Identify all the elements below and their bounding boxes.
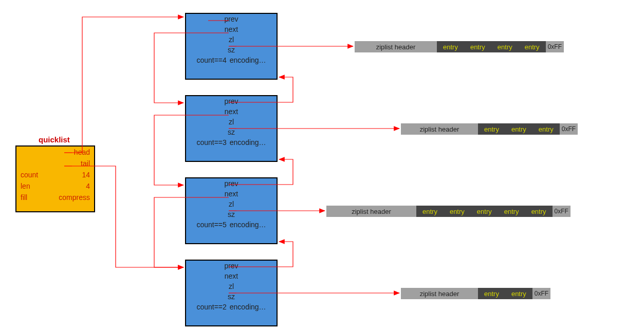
ql-tail-label: tail: [81, 159, 90, 168]
ql-len-value: 4: [86, 182, 90, 190]
zl1-entry: entry: [464, 41, 491, 52]
ziplist-2: ziplist header entry entry entry 0xFF: [401, 123, 578, 135]
ql-tail-row: tail: [16, 158, 94, 169]
zl1-entry: entry: [519, 41, 546, 52]
ziplist-1: ziplist header entry entry entry entry 0…: [355, 41, 564, 52]
node1-last: count==4 encoding…: [186, 55, 277, 65]
zl3-entry: entry: [525, 206, 553, 217]
zl2-entry: entry: [505, 123, 532, 135]
zl2-end: 0xFF: [560, 123, 578, 135]
node-box-1: prev next zl sz count==4 encoding…: [185, 13, 278, 80]
node-box-3: prev next zl sz count==5 encoding…: [185, 177, 278, 244]
node2-next: next: [186, 106, 277, 117]
zl1-end: 0xFF: [546, 41, 564, 52]
node4-last: count==2 encoding…: [186, 302, 277, 312]
node1-prev: prev: [186, 14, 277, 24]
zl2-header: ziplist header: [401, 123, 478, 135]
quicklist-box: head tail count 14 len 4 fill compress: [15, 145, 95, 212]
ql-count-row: count 14: [16, 169, 94, 180]
node3-last: count==5 encoding…: [186, 220, 277, 230]
node2-last: count==3 encoding…: [186, 137, 277, 148]
ql-count-label: count: [21, 171, 38, 179]
node4-sz: sz: [186, 291, 277, 302]
node3-count: count==5: [196, 221, 226, 229]
ql-len-label: len: [21, 182, 30, 190]
zl4-end: 0xFF: [532, 288, 550, 299]
node2-count: count==3: [196, 138, 226, 147]
ql-head-label: head: [74, 148, 90, 156]
node1-sz: sz: [186, 45, 277, 55]
node3-prev: prev: [186, 178, 277, 189]
zl1-entry: entry: [437, 41, 464, 52]
node1-encoding: encoding…: [230, 56, 266, 64]
zl3-entry: entry: [471, 206, 498, 217]
zl3-end: 0xFF: [553, 206, 571, 217]
zl4-entry: entry: [478, 288, 505, 299]
zl3-header: ziplist header: [326, 206, 416, 217]
node1-zl: zl: [186, 34, 277, 45]
zl3-entry: entry: [416, 206, 444, 217]
node4-next: next: [186, 271, 277, 281]
ql-len-row: len 4: [16, 180, 94, 192]
ziplist-4: ziplist header entry entry 0xFF: [401, 288, 550, 299]
node4-zl: zl: [186, 281, 277, 291]
node1-count: count==4: [196, 56, 226, 64]
node4-encoding: encoding…: [230, 303, 266, 311]
node2-zl: zl: [186, 117, 277, 127]
node4-count: count==2: [196, 303, 226, 311]
node-box-4: prev next zl sz count==2 encoding…: [185, 260, 278, 326]
zl4-header: ziplist header: [401, 288, 478, 299]
zl3-entry: entry: [444, 206, 471, 217]
zl1-header: ziplist header: [355, 41, 437, 52]
zl3-entry: entry: [498, 206, 525, 217]
zl1-entry: entry: [491, 41, 519, 52]
node1-next: next: [186, 24, 277, 34]
zl2-entry: entry: [478, 123, 505, 135]
node4-prev: prev: [186, 261, 277, 271]
ql-count-value: 14: [82, 171, 90, 179]
ql-compress-label: compress: [59, 193, 90, 202]
node-box-2: prev next zl sz count==3 encoding…: [185, 95, 278, 162]
node2-prev: prev: [186, 96, 277, 106]
node3-encoding: encoding…: [230, 221, 266, 229]
node2-encoding: encoding…: [230, 138, 266, 147]
zl4-entry: entry: [505, 288, 532, 299]
ql-head-row: head: [16, 147, 94, 158]
zl2-entry: entry: [532, 123, 560, 135]
node3-next: next: [186, 189, 277, 199]
ql-fill-label: fill: [21, 193, 27, 202]
node3-sz: sz: [186, 209, 277, 220]
node3-zl: zl: [186, 199, 277, 209]
ql-fill-row: fill compress: [16, 192, 94, 203]
node2-sz: sz: [186, 127, 277, 137]
ziplist-3: ziplist header entry entry entry entry e…: [326, 206, 571, 217]
quicklist-title: quicklist: [39, 135, 70, 144]
